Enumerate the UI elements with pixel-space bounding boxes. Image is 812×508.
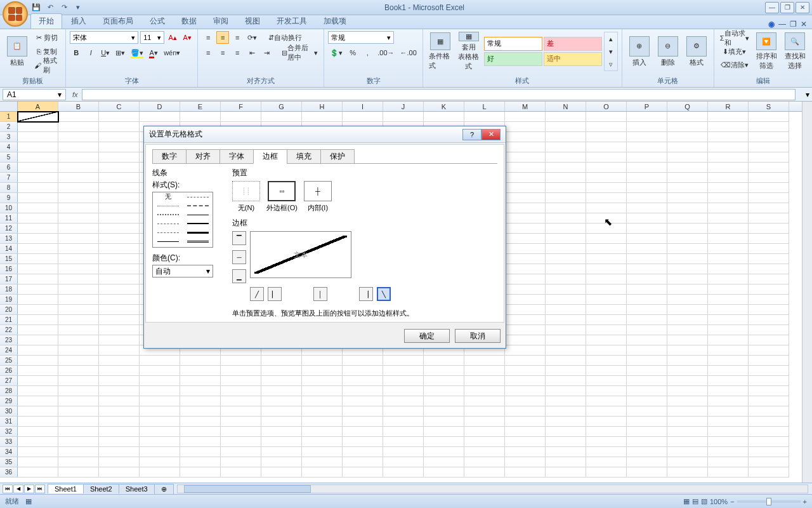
cell[interactable] bbox=[343, 112, 383, 122]
cell[interactable] bbox=[221, 366, 261, 376]
cell[interactable] bbox=[18, 152, 58, 163]
row-header[interactable]: 26 bbox=[0, 366, 18, 376]
cell[interactable] bbox=[18, 173, 58, 183]
cell[interactable] bbox=[627, 112, 667, 122]
cell[interactable] bbox=[58, 284, 99, 295]
cell[interactable] bbox=[667, 305, 708, 315]
align-left-button[interactable]: ≡ bbox=[202, 46, 214, 59]
preset-none-button[interactable]: ┊┊无(N) bbox=[232, 181, 260, 213]
cell[interactable] bbox=[505, 356, 546, 366]
cell[interactable] bbox=[261, 427, 302, 437]
cell[interactable] bbox=[140, 396, 180, 406]
cell[interactable] bbox=[99, 142, 140, 152]
cell[interactable] bbox=[58, 325, 99, 335]
border-vmiddle-button[interactable]: │ bbox=[313, 287, 327, 301]
cell[interactable] bbox=[18, 122, 58, 132]
cell[interactable] bbox=[99, 173, 140, 183]
cell[interactable] bbox=[140, 366, 180, 376]
cell[interactable] bbox=[586, 193, 627, 203]
cell[interactable] bbox=[58, 315, 99, 325]
cell[interactable] bbox=[749, 437, 789, 447]
format-cells-button[interactable]: ⚙格式 bbox=[683, 31, 710, 72]
align-center-button[interactable]: ≡ bbox=[216, 46, 229, 59]
cell[interactable] bbox=[749, 193, 789, 203]
cell[interactable] bbox=[546, 234, 586, 244]
qat-more-button[interactable]: ▾ bbox=[72, 2, 84, 13]
cell[interactable] bbox=[708, 112, 749, 122]
column-header[interactable]: Q bbox=[667, 102, 708, 111]
column-header[interactable]: M bbox=[505, 102, 546, 111]
cell[interactable] bbox=[505, 264, 546, 274]
cell[interactable] bbox=[99, 366, 140, 376]
cell[interactable] bbox=[627, 163, 667, 173]
cell[interactable] bbox=[140, 376, 180, 386]
doc-close-button[interactable]: ✕ bbox=[801, 20, 807, 29]
cell[interactable] bbox=[261, 376, 302, 386]
cell[interactable] bbox=[708, 244, 749, 254]
cell[interactable] bbox=[667, 173, 708, 183]
row-header[interactable]: 27 bbox=[0, 376, 18, 386]
cell[interactable] bbox=[464, 386, 505, 396]
line-style-opt[interactable] bbox=[183, 237, 213, 246]
cell[interactable] bbox=[627, 234, 667, 244]
cell[interactable] bbox=[708, 152, 749, 163]
cell[interactable] bbox=[18, 427, 58, 437]
cell[interactable] bbox=[749, 325, 789, 335]
cell[interactable] bbox=[627, 356, 667, 366]
cell[interactable] bbox=[749, 203, 789, 213]
row-header[interactable]: 24 bbox=[0, 345, 18, 356]
cell[interactable] bbox=[586, 396, 627, 406]
sheet-nav-first[interactable]: ⏮ bbox=[3, 485, 13, 493]
cell[interactable] bbox=[221, 457, 261, 467]
cell[interactable] bbox=[586, 173, 627, 183]
cell[interactable] bbox=[627, 437, 667, 447]
cell[interactable] bbox=[505, 193, 546, 203]
cell[interactable] bbox=[586, 406, 627, 417]
cell[interactable] bbox=[546, 457, 586, 467]
cell[interactable] bbox=[99, 325, 140, 335]
cell[interactable] bbox=[221, 417, 261, 427]
cell[interactable] bbox=[343, 366, 383, 376]
cell[interactable] bbox=[58, 122, 99, 132]
format-as-table-button[interactable]: ▦套用 表格格式 bbox=[455, 31, 482, 72]
border-bottom-button[interactable]: ▁ bbox=[232, 269, 246, 283]
delete-cells-button[interactable]: ⊖删除 bbox=[655, 31, 681, 72]
select-all-corner[interactable] bbox=[0, 102, 18, 111]
cell[interactable] bbox=[708, 203, 749, 213]
qat-undo-button[interactable]: ↶ bbox=[44, 2, 56, 13]
cell[interactable] bbox=[180, 406, 221, 417]
cell[interactable] bbox=[546, 356, 586, 366]
cell[interactable] bbox=[546, 295, 586, 305]
cell[interactable] bbox=[667, 112, 708, 122]
cell[interactable] bbox=[667, 193, 708, 203]
cell[interactable] bbox=[505, 325, 546, 335]
cell[interactable] bbox=[627, 173, 667, 183]
cell[interactable] bbox=[749, 406, 789, 417]
cell[interactable] bbox=[383, 376, 424, 386]
cell[interactable] bbox=[58, 356, 99, 366]
cell[interactable] bbox=[343, 447, 383, 457]
cell[interactable] bbox=[18, 386, 58, 396]
cell[interactable] bbox=[221, 467, 261, 478]
row-header[interactable]: 30 bbox=[0, 406, 18, 417]
cell[interactable] bbox=[667, 396, 708, 406]
cell[interactable] bbox=[18, 264, 58, 274]
decrease-decimal-button[interactable]: ←.00 bbox=[398, 46, 419, 59]
cell[interactable] bbox=[667, 203, 708, 213]
view-normal-button[interactable]: ▦ bbox=[683, 497, 690, 505]
cell[interactable] bbox=[180, 457, 221, 467]
cell[interactable] bbox=[18, 406, 58, 417]
phonetic-button[interactable]: wén▾ bbox=[162, 46, 182, 59]
cell[interactable] bbox=[708, 264, 749, 274]
cell[interactable] bbox=[99, 447, 140, 457]
cell[interactable] bbox=[627, 457, 667, 467]
percent-button[interactable]: % bbox=[346, 46, 359, 59]
cell[interactable] bbox=[586, 366, 627, 376]
cell[interactable] bbox=[667, 163, 708, 173]
sort-filter-button[interactable]: 🔽排序和 筛选 bbox=[753, 31, 780, 72]
cell[interactable] bbox=[708, 427, 749, 437]
cell[interactable] bbox=[749, 152, 789, 163]
ribbon-tab-data[interactable]: 数据 bbox=[174, 14, 204, 29]
cell[interactable] bbox=[667, 254, 708, 264]
cell[interactable] bbox=[58, 335, 99, 345]
